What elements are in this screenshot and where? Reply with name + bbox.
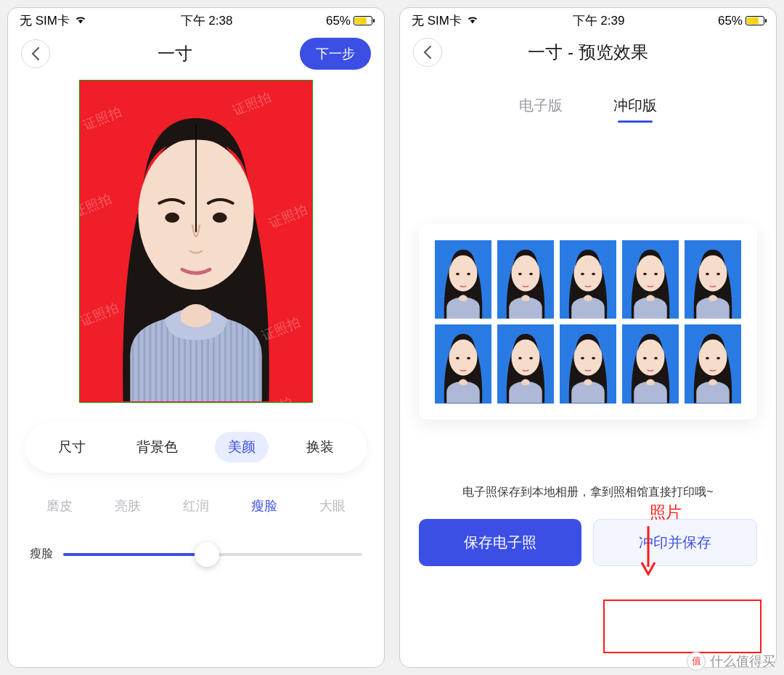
svg-point-41 — [654, 357, 658, 359]
tab-size[interactable]: 尺寸 — [45, 432, 99, 462]
svg-point-44 — [706, 357, 709, 359]
svg-point-15 — [574, 255, 603, 292]
photo-thumb — [685, 324, 741, 403]
slider-label: 瘦脸 — [30, 547, 53, 562]
svg-point-32 — [518, 357, 522, 359]
svg-point-2 — [165, 213, 179, 223]
photo-thumb — [497, 240, 554, 319]
page-title: 一寸 — [158, 42, 192, 65]
subtab-slimface[interactable]: 瘦脸 — [251, 497, 277, 515]
svg-point-29 — [467, 357, 470, 359]
svg-point-19 — [637, 255, 665, 292]
action-row: 保存电子照 冲印并保存 — [419, 519, 757, 566]
tab-beauty[interactable]: 美颜 — [215, 432, 269, 462]
svg-point-8 — [456, 273, 460, 275]
photo-thumb — [622, 240, 679, 319]
tab-outfit[interactable]: 换装 — [293, 432, 347, 462]
print-save-button[interactable]: 冲印并保存 — [593, 519, 757, 566]
svg-point-11 — [512, 255, 540, 292]
beauty-subtabs: 磨皮 亮肤 红润 瘦脸 大眼 — [25, 497, 367, 515]
slider-row: 瘦脸 — [30, 547, 362, 562]
photo-thumb — [560, 240, 616, 319]
subtab-smooth[interactable]: 磨皮 — [46, 497, 73, 515]
svg-point-40 — [643, 357, 647, 359]
time-label: 下午 2:38 — [181, 12, 233, 29]
header: 一寸 下一步 — [8, 30, 384, 80]
svg-point-39 — [637, 340, 665, 376]
svg-point-37 — [592, 357, 595, 359]
edit-tabs: 尺寸 背景色 美颜 换装 — [25, 422, 367, 472]
tab-print[interactable]: 冲印版 — [613, 96, 657, 123]
tab-digital[interactable]: 电子版 — [519, 96, 563, 123]
phone-left: 无 SIM卡 下午 2:38 65% ⚡ 一寸 下一步 — [7, 7, 385, 668]
carrier-label: 无 SIM卡 — [412, 12, 462, 29]
svg-point-25 — [716, 273, 720, 275]
svg-point-27 — [449, 340, 478, 376]
subtab-brighten[interactable]: 亮肤 — [115, 497, 141, 515]
photo-thumb — [497, 324, 554, 403]
photo-thumb — [435, 240, 491, 319]
battery-pct: 65% — [326, 14, 351, 28]
arrow-icon — [640, 525, 656, 578]
svg-point-28 — [456, 357, 460, 359]
hint-text: 电子照保存到本地相册，拿到照相馆直接打印哦~ — [400, 485, 776, 500]
photo-thumb — [560, 324, 616, 403]
battery-icon: ⚡ — [746, 16, 764, 25]
status-bar: 无 SIM卡 下午 2:39 65% ⚡ — [400, 8, 776, 30]
svg-point-36 — [581, 357, 584, 359]
svg-point-20 — [643, 273, 647, 275]
svg-point-3 — [213, 213, 227, 223]
slider-fill — [63, 553, 207, 556]
battery-pct: 65% — [718, 14, 743, 28]
time-label: 下午 2:39 — [573, 12, 625, 29]
tab-bgcolor[interactable]: 背景色 — [123, 432, 191, 462]
svg-point-33 — [529, 357, 533, 359]
svg-point-16 — [581, 273, 584, 275]
photo-frame[interactable]: 证照拍 证照拍 证照拍 证照拍 证照拍 证照拍 证照拍 — [79, 80, 313, 403]
photo-thumb — [622, 324, 679, 403]
battery-icon: ⚡ — [354, 16, 372, 25]
svg-point-7 — [449, 255, 478, 292]
svg-point-12 — [518, 273, 522, 275]
slim-slider[interactable] — [63, 553, 362, 556]
wifi-icon — [466, 14, 479, 28]
annotation-label: 照片 — [650, 502, 682, 523]
back-button[interactable] — [21, 39, 50, 68]
svg-point-43 — [699, 340, 727, 376]
svg-point-35 — [574, 340, 603, 376]
svg-point-45 — [716, 357, 720, 359]
svg-point-21 — [654, 273, 658, 275]
page-title: 一寸 - 预览效果 — [528, 41, 648, 64]
subtab-bigeyes[interactable]: 大眼 — [319, 497, 346, 515]
portrait-image — [80, 81, 312, 401]
svg-point-13 — [529, 273, 533, 275]
photo-area: 证照拍 证照拍 证照拍 证照拍 证照拍 证照拍 证照拍 — [8, 80, 384, 412]
save-digital-button[interactable]: 保存电子照 — [419, 519, 581, 566]
svg-point-9 — [467, 273, 470, 275]
photo-thumb — [685, 240, 741, 319]
status-bar: 无 SIM卡 下午 2:38 65% ⚡ — [8, 8, 384, 30]
subtab-rosy[interactable]: 红润 — [183, 497, 209, 515]
preview-tabs: 电子版 冲印版 — [400, 96, 776, 123]
slider-thumb[interactable] — [195, 542, 219, 567]
print-sheet — [419, 224, 757, 420]
svg-point-31 — [512, 340, 540, 376]
svg-point-24 — [706, 273, 709, 275]
header: 一寸 - 预览效果 — [400, 30, 776, 77]
next-button[interactable]: 下一步 — [300, 38, 371, 70]
photo-thumb — [435, 324, 491, 403]
phone-right: 无 SIM卡 下午 2:39 65% ⚡ 一寸 - 预览效果 电子版 冲印版 — [399, 7, 777, 668]
carrier-label: 无 SIM卡 — [20, 12, 70, 29]
back-button[interactable] — [413, 38, 442, 67]
svg-point-23 — [699, 255, 727, 292]
svg-point-17 — [592, 273, 595, 275]
highlight-box — [603, 600, 761, 653]
wifi-icon — [74, 14, 87, 28]
